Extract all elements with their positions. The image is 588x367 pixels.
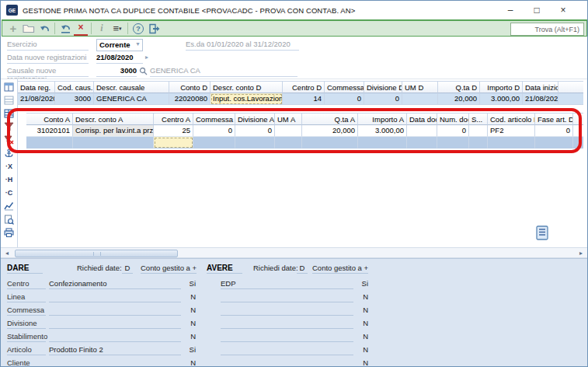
- filter-icon[interactable]: [2, 121, 16, 133]
- grid-cell[interactable]: 20,000: [438, 93, 480, 105]
- column-header[interactable]: Num. doc.: [437, 113, 469, 125]
- print-preview-icon[interactable]: [2, 213, 16, 225]
- avere-row-value-field[interactable]: [221, 358, 353, 367]
- avere-row-value-field[interactable]: [221, 332, 353, 342]
- dare-row-value-field[interactable]: [49, 358, 181, 367]
- grid-cell[interactable]: 0: [437, 125, 469, 137]
- grid-cell[interactable]: Input. cos.Lavorazioni In...: [210, 93, 283, 105]
- grid-cell[interactable]: [437, 137, 469, 149]
- search-icon[interactable]: [139, 67, 148, 77]
- column-header[interactable]: Q.ta D: [438, 81, 480, 93]
- grid-cell[interactable]: [488, 137, 535, 149]
- dare-row-value-field[interactable]: [49, 319, 181, 329]
- dare-row-value-field[interactable]: Prodotto Finito 2: [49, 345, 181, 355]
- column-header[interactable]: Commessa D: [325, 81, 364, 93]
- avere-row-value-field[interactable]: [221, 292, 353, 302]
- dare-row-value-field[interactable]: [49, 292, 181, 302]
- dare-row-value-field[interactable]: [49, 332, 181, 342]
- grid-cell[interactable]: 0: [325, 93, 364, 105]
- grid-cell[interactable]: 0: [535, 125, 573, 137]
- esercizio-select[interactable]: Corrente▼: [96, 39, 143, 51]
- grid-cell[interactable]: 0: [364, 93, 402, 105]
- open-folder-icon[interactable]: [22, 22, 36, 36]
- minimize-button[interactable]: –: [497, 1, 524, 19]
- dare-row-value-field[interactable]: [49, 306, 181, 316]
- scrollbar-thumb[interactable]: [15, 250, 178, 257]
- table-select-icon[interactable]: [2, 81, 16, 93]
- column-header[interactable]: Importo A: [358, 113, 407, 125]
- row-view-icon[interactable]: [2, 94, 16, 107]
- printer-icon[interactable]: [2, 226, 16, 239]
- column-header[interactable]: Descr. conto A: [73, 113, 154, 125]
- grid-cell[interactable]: 0: [193, 125, 235, 137]
- formula-x-icon[interactable]: ·X: [2, 160, 16, 173]
- avere-row-value-field[interactable]: [221, 345, 353, 355]
- cancel-icon[interactable]: ×: [74, 22, 88, 36]
- find-shortcut-box[interactable]: Trova (Alt+F1): [510, 23, 584, 36]
- grid-cell[interactable]: [535, 137, 573, 149]
- avere-row-value-field[interactable]: [221, 306, 353, 316]
- column-header[interactable]: Commessa A: [193, 113, 235, 125]
- scroll-left-icon[interactable]: ◂: [5, 250, 9, 257]
- grid-cell[interactable]: [193, 137, 235, 149]
- formula-c-icon[interactable]: ·C: [2, 187, 16, 199]
- close-button[interactable]: ×: [550, 1, 576, 19]
- column-header[interactable]: Cod. caus.: [55, 81, 94, 93]
- column-header[interactable]: Divisione A: [235, 113, 275, 125]
- grid-cell[interactable]: [469, 137, 488, 149]
- data-nuove-input[interactable]: 21/08/2020: [96, 53, 143, 64]
- column-header[interactable]: Data doc.: [407, 113, 437, 125]
- grid-cell[interactable]: 3000: [55, 93, 94, 105]
- undo-icon[interactable]: [37, 22, 51, 36]
- column-header[interactable]: Cod. articolo D: [488, 113, 535, 125]
- filter-remove-icon[interactable]: [2, 134, 16, 146]
- grid-cell[interactable]: 3.000,00: [358, 125, 407, 137]
- causale-code-input[interactable]: 3000: [96, 66, 137, 77]
- scroll-right-icon[interactable]: ▸: [579, 250, 583, 257]
- horizontal-scrollbar[interactable]: ◂ ▸: [1, 247, 587, 258]
- grid-cell[interactable]: 0: [235, 125, 275, 137]
- grid-cell[interactable]: PF2: [488, 125, 535, 137]
- grid-cell[interactable]: [154, 137, 193, 149]
- date-spinner-icon[interactable]: ▸: [145, 54, 148, 61]
- grid-cell[interactable]: 22020080: [169, 93, 210, 105]
- grid-cell[interactable]: 3.000,00: [480, 93, 523, 105]
- column-header[interactable]: Descr. causale: [94, 81, 169, 93]
- grid-cell[interactable]: 31020101: [26, 125, 73, 137]
- column-header[interactable]: Data reg.: [18, 81, 55, 93]
- column-header[interactable]: Q.ta A: [302, 113, 358, 125]
- grid-cell[interactable]: [407, 137, 437, 149]
- column-header[interactable]: UM D: [402, 81, 438, 93]
- column-header[interactable]: Divisione D: [364, 81, 402, 93]
- formula-h-icon[interactable]: ·H: [2, 173, 16, 186]
- avere-row-value-field[interactable]: [221, 319, 353, 329]
- column-header[interactable]: Centro A: [154, 113, 193, 125]
- column-header[interactable]: S...: [469, 113, 488, 125]
- grid-cell[interactable]: [73, 137, 154, 149]
- grid-cell[interactable]: 14: [283, 93, 325, 105]
- exit-icon[interactable]: [147, 22, 161, 36]
- grid-cell[interactable]: 21/08/2020: [18, 93, 55, 105]
- menu-icon[interactable]: ≡▾: [110, 22, 124, 36]
- grid-cell[interactable]: Corrisp. per lav.int.a prz int: [73, 125, 154, 137]
- grid-cell[interactable]: 21/08/2020: [523, 93, 558, 105]
- column-header[interactable]: Centro D: [283, 81, 325, 93]
- column-header[interactable]: UM A: [275, 113, 302, 125]
- grid-cell[interactable]: [402, 93, 438, 105]
- grid-cell[interactable]: [358, 137, 407, 149]
- column-header[interactable]: Conto A: [26, 113, 73, 125]
- avere-row-value-field[interactable]: EDP: [221, 279, 353, 289]
- grid-cell[interactable]: 25: [154, 125, 193, 137]
- maximize-button[interactable]: □: [524, 1, 550, 19]
- grid-summary-icon[interactable]: [534, 224, 550, 241]
- grid-cell[interactable]: [235, 137, 275, 149]
- anchor-icon[interactable]: [2, 147, 16, 159]
- grid-cell[interactable]: [275, 137, 302, 149]
- grid-cell[interactable]: [275, 125, 302, 137]
- info-icon[interactable]: i: [95, 22, 109, 36]
- grid-cell[interactable]: [302, 137, 358, 149]
- grid-cell[interactable]: 20,000: [302, 125, 358, 137]
- help-icon[interactable]: ?: [131, 22, 145, 36]
- new-record-icon[interactable]: +: [6, 22, 20, 36]
- column-header[interactable]: Conto D: [169, 81, 210, 93]
